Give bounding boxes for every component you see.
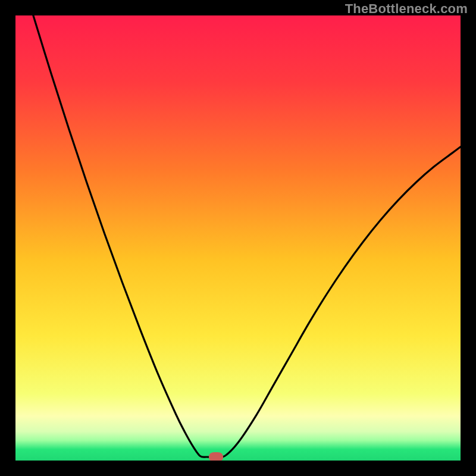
plot-area	[15, 15, 461, 461]
bottleneck-curve	[15, 15, 461, 461]
watermark-text: TheBottleneck.com	[345, 1, 468, 17]
optimum-marker	[209, 452, 223, 461]
outer-frame: TheBottleneck.com	[0, 0, 476, 476]
